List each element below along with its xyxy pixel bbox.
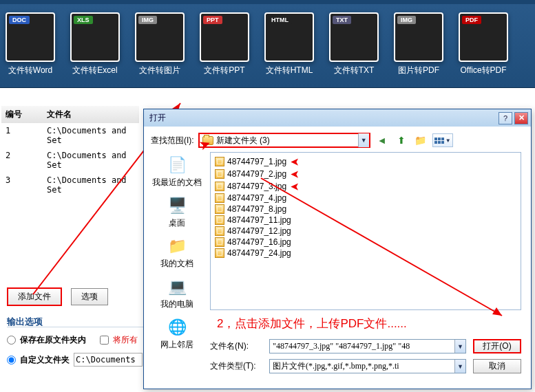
places-item[interactable]: 💻我的电脑	[149, 274, 204, 313]
open-button[interactable]: 打开(O)	[473, 339, 521, 353]
place-label: 我的文档	[160, 258, 193, 270]
places-item[interactable]: 📄我最近的文档	[149, 152, 204, 191]
filetype-combobox[interactable]: 图片文件(*.jpg,*.gif,*.bmp,*.png,*.ti ▼	[269, 359, 466, 373]
lookin-dropdown-icon[interactable]: ▼	[358, 133, 369, 147]
image-file-icon	[215, 226, 224, 236]
help-button[interactable]: ?	[499, 112, 512, 124]
list-item[interactable]: 48744797_12.jpg	[213, 226, 518, 237]
custom-folder-path[interactable]	[74, 353, 143, 367]
place-label: 网上邻居	[160, 339, 193, 351]
cancel-button[interactable]: 取消	[473, 359, 521, 373]
table-row[interactable]: 1C:\Documents and Set	[1, 123, 139, 148]
tool-label: 图片转PDF	[398, 65, 439, 76]
file-name: 48744797_4.jpg	[227, 193, 286, 203]
places-item[interactable]: 📁我的文档	[149, 233, 204, 272]
file-list-pane[interactable]: 48744797_1.jpg➤48744797_2.jpg➤48744797_3…	[210, 152, 521, 310]
save-in-original-radio[interactable]	[7, 336, 16, 345]
top-toolbar: DOC文件转WordXLS文件转ExcelIMG文件转图片PPT文件转PPTHT…	[0, 0, 535, 88]
list-item[interactable]: 48744797_24.jpg	[213, 248, 518, 259]
tool-img[interactable]: IMG文件转图片	[135, 12, 185, 76]
annotation-arrow-icon: ➤	[291, 156, 299, 167]
format-badge: DOC	[9, 16, 30, 24]
merge-all-checkbox[interactable]	[100, 336, 109, 345]
file-name: 48744797_11.jpg	[227, 215, 291, 225]
close-button[interactable]: ✕	[514, 112, 528, 124]
tool-xls[interactable]: XLS文件转Excel	[70, 12, 120, 76]
places-item[interactable]: 🖥️桌面	[149, 193, 204, 232]
annotation-text: 2，点击添加文件，上传PDF文件......	[217, 316, 510, 331]
tool-txt[interactable]: TXT文件转TXT	[329, 12, 379, 76]
tool-label: 文件转HTML	[266, 65, 313, 76]
place-icon: 💻	[165, 276, 189, 297]
tool-label: 文件转图片	[139, 65, 180, 76]
file-table: 编号 文件名 1C:\Documents and Set2C:\Document…	[1, 106, 139, 197]
list-item[interactable]: 48744797_11.jpg	[213, 215, 518, 226]
filename-combobox[interactable]: "48744797_3.jpg" "48744797_1.jpg" "48 ▼	[269, 339, 466, 353]
filetype-value: 图片文件(*.jpg,*.gif,*.bmp,*.png,*.ti	[270, 360, 454, 372]
place-label: 我最近的文档	[152, 177, 202, 188]
place-label: 我的电脑	[160, 298, 193, 310]
image-file-icon	[215, 248, 224, 258]
list-item[interactable]: 48744797_4.jpg	[213, 193, 518, 204]
custom-folder-radio[interactable]	[7, 356, 16, 364]
filename-value: "48744797_3.jpg" "48744797_1.jpg" "48	[270, 341, 454, 351]
format-badge: IMG	[138, 16, 157, 24]
add-file-button[interactable]: 添加文件	[7, 287, 62, 306]
image-file-icon	[215, 215, 224, 225]
file-name: 48744797_12.jpg	[227, 226, 291, 236]
tool-label: 文件转Excel	[72, 65, 117, 76]
format-badge: IMG	[397, 16, 416, 24]
col-header-name: 文件名	[43, 106, 139, 123]
place-icon: 📁	[165, 236, 189, 257]
lookin-combobox[interactable]: 新建文件夹 (3) ▼	[198, 133, 370, 148]
tool-pdf[interactable]: PDFOffice转PDF	[459, 12, 508, 76]
annotation-arrow-icon: ➤	[291, 181, 299, 192]
table-row[interactable]: 2C:\Documents and Set	[1, 148, 139, 173]
tool-html[interactable]: HTML文件转HTML	[264, 12, 314, 76]
place-icon: 📄	[165, 155, 189, 175]
image-file-icon	[215, 157, 224, 166]
filename-dropdown-icon[interactable]: ▼	[454, 340, 465, 353]
tool-label: Office转PDF	[460, 65, 506, 76]
col-header-id: 编号	[1, 106, 43, 123]
save-in-original-label: 保存在原文件夹内	[20, 334, 86, 346]
file-name: 48744797_24.jpg	[227, 248, 291, 258]
format-badge: PPT	[203, 16, 222, 24]
place-icon: 🖥️	[165, 195, 189, 216]
format-badge: PDF	[462, 16, 481, 24]
new-folder-icon[interactable]: 📁	[413, 133, 428, 147]
filename-label: 文件名(N):	[210, 340, 262, 352]
file-name: 48744797_16.jpg	[227, 237, 291, 247]
list-item[interactable]: 48744797_2.jpg➤	[213, 168, 518, 180]
tool-doc[interactable]: DOC文件转Word	[6, 12, 55, 76]
places-item[interactable]: 🌐网上邻居	[149, 314, 204, 353]
tool-ppt[interactable]: PPT文件转PPT	[200, 12, 249, 76]
format-badge: XLS	[74, 16, 93, 24]
file-name: 48744797_3.jpg	[227, 182, 286, 191]
table-row[interactable]: 3C:\Documents and Set	[1, 173, 139, 197]
image-file-icon	[215, 204, 224, 214]
tool-imgp[interactable]: IMG图片转PDF	[394, 12, 443, 76]
up-one-level-icon[interactable]: ⬆	[394, 133, 409, 147]
annotation-arrow-icon: ➤	[291, 168, 299, 179]
file-name: 48744797_2.jpg	[227, 169, 286, 179]
filetype-dropdown-icon[interactable]: ▼	[454, 360, 465, 373]
format-badge: HTML	[268, 16, 292, 24]
list-item[interactable]: 48744797_3.jpg➤	[213, 180, 518, 193]
list-item[interactable]: 48744797_1.jpg➤	[213, 155, 518, 168]
dialog-titlebar[interactable]: 打开 ? ✕	[144, 109, 531, 127]
lookin-value: 新建文件夹 (3)	[216, 135, 270, 146]
options-button[interactable]: 选项	[71, 288, 108, 305]
file-name: 48744797_8.jpg	[227, 204, 286, 214]
tool-label: 文件转PPT	[204, 65, 244, 76]
image-file-icon	[215, 182, 224, 191]
list-item[interactable]: 48744797_8.jpg	[213, 204, 518, 215]
custom-folder-label: 自定义文件夹	[20, 354, 70, 366]
tool-label: 文件转TXT	[334, 65, 375, 76]
views-menu[interactable]: ▼	[432, 133, 453, 147]
image-file-icon	[215, 169, 224, 179]
back-icon[interactable]: ◄	[375, 133, 390, 147]
merge-all-label: 将所有	[113, 334, 138, 346]
file-name: 48744797_1.jpg	[227, 157, 286, 166]
list-item[interactable]: 48744797_16.jpg	[213, 237, 518, 248]
